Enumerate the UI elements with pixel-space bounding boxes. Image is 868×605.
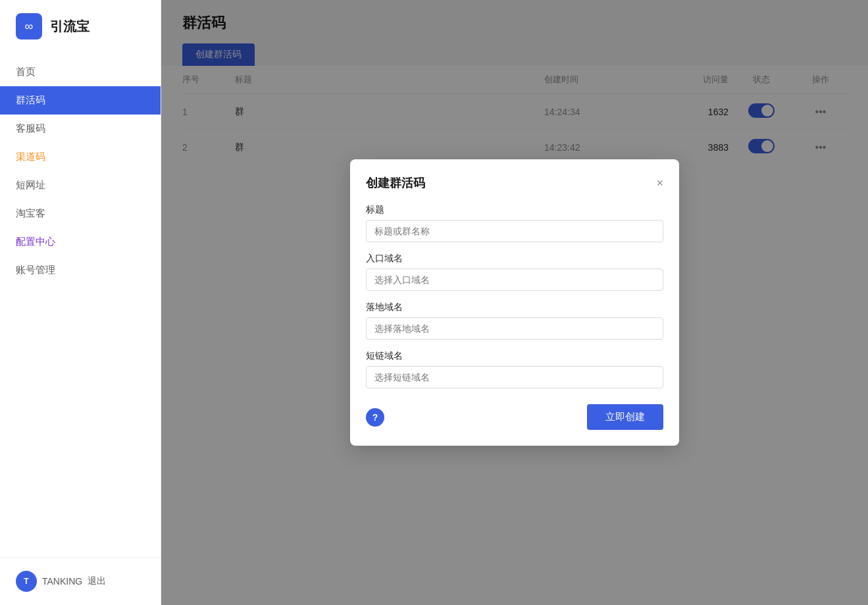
- landing-domain-label: 落地域名: [366, 302, 663, 313]
- username-label: TANKING: [42, 576, 82, 587]
- short-chain-label: 短链域名: [366, 350, 663, 362]
- sidebar-item-service-code[interactable]: 客服码: [0, 115, 161, 143]
- logo-icon: ∞: [16, 13, 42, 39]
- modal-overlay: 创建群活码 × 标题 入口域名 落地域名 短链域名: [161, 0, 868, 605]
- sidebar-item-short-url[interactable]: 短网址: [0, 171, 161, 199]
- form-title-field: 标题: [366, 204, 663, 242]
- logout-button[interactable]: 退出: [88, 575, 106, 587]
- sidebar-item-channel-code[interactable]: 渠道码: [0, 143, 161, 171]
- submit-button[interactable]: 立即创建: [587, 404, 663, 430]
- form-short-chain-field: 短链域名: [366, 350, 663, 388]
- create-modal: 创建群活码 × 标题 入口域名 落地域名 短链域名: [350, 159, 679, 446]
- logo-area: ∞ 引流宝: [0, 0, 161, 53]
- sidebar-item-account[interactable]: 账号管理: [0, 256, 161, 284]
- title-label: 标题: [366, 204, 663, 216]
- sidebar-item-taobao[interactable]: 淘宝客: [0, 199, 161, 228]
- user-avatar: T: [16, 571, 37, 592]
- modal-close-button[interactable]: ×: [656, 177, 663, 189]
- sidebar-footer: T TANKING 退出: [0, 557, 161, 605]
- form-landing-domain-field: 落地域名: [366, 302, 663, 340]
- modal-title: 创建群活码: [366, 175, 425, 191]
- short-chain-input[interactable]: [366, 366, 663, 388]
- entry-domain-input[interactable]: [366, 269, 663, 291]
- logo-text: 引流宝: [50, 18, 89, 36]
- modal-header: 创建群活码 ×: [366, 175, 663, 191]
- sidebar-item-home[interactable]: 首页: [0, 58, 161, 86]
- form-entry-domain-field: 入口域名: [366, 253, 663, 291]
- sidebar-item-config[interactable]: 配置中心: [0, 228, 161, 256]
- sidebar-nav: 首页 群活码 客服码 渠道码 短网址 淘宝客 配置中心 账号管理: [0, 53, 161, 557]
- main-content: 群活码 创建群活码 序号 标题 创建时间 访问量 状态 操作 1 群 14:24…: [161, 0, 868, 605]
- sidebar-item-group-code[interactable]: 群活码: [0, 86, 161, 115]
- help-button[interactable]: ?: [366, 408, 384, 427]
- landing-domain-input[interactable]: [366, 317, 663, 340]
- title-input[interactable]: [366, 220, 663, 242]
- sidebar: ∞ 引流宝 首页 群活码 客服码 渠道码 短网址 淘宝客 配置中心 账号管理 T…: [0, 0, 161, 605]
- modal-footer: ? 立即创建: [366, 404, 663, 430]
- entry-domain-label: 入口域名: [366, 253, 663, 265]
